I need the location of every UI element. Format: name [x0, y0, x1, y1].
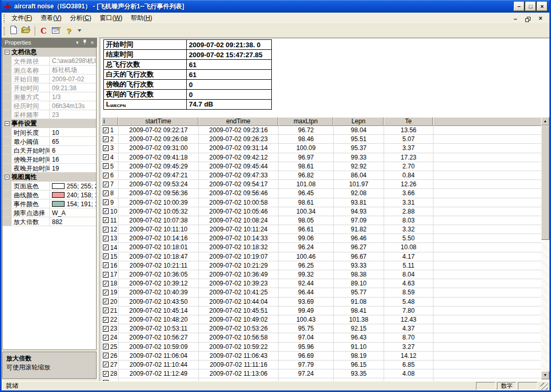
event-checkbox[interactable]: ✓ — [103, 128, 109, 133]
open-file-button[interactable] — [20, 25, 33, 37]
event-checkbox[interactable]: ✓ — [103, 163, 109, 169]
event-checkbox[interactable]: ✓ — [103, 236, 109, 241]
event-row[interactable]: ✓212009-07-02 10:45:142009-07-02 10:45:5… — [102, 306, 541, 315]
resize-grip[interactable] — [541, 383, 548, 390]
column-header-startTime[interactable]: startTime — [118, 117, 198, 126]
minimize-button[interactable]: – — [514, 2, 524, 11]
event-checkbox[interactable]: ✓ — [103, 317, 109, 323]
title-bar[interactable]: aircraft noise（ISO3891） - [飞机噪声分析1--飞行事件… — [2, 0, 549, 13]
property-value[interactable]: W_A — [50, 208, 96, 217]
event-checkbox[interactable]: ✓ — [103, 208, 109, 214]
collapse-icon[interactable]: − — [5, 50, 9, 55]
event-row[interactable]: ✓112009-07-02 10:07:382009-07-02 10:08:2… — [102, 216, 541, 225]
close-button[interactable]: × — [537, 2, 547, 11]
menu-item-window[interactable]: 窗口(W) — [96, 13, 126, 24]
event-row[interactable]: ✓22009-07-02 09:26:082009-07-02 09:26:23… — [102, 135, 541, 144]
event-row[interactable]: ✓262009-07-02 11:06:042009-07-02 11:06:4… — [102, 352, 541, 361]
property-section-header[interactable]: −视图属性 — [3, 173, 96, 182]
event-row[interactable]: ✓12009-07-02 09:22:172009-07-02 09:23:16… — [102, 126, 541, 135]
event-row[interactable]: ✓192009-07-02 10:40:392009-07-02 10:41:2… — [102, 288, 541, 297]
mdi-close-icon[interactable]: × — [537, 15, 544, 22]
menu-item-file[interactable]: 文件(F) — [7, 13, 36, 24]
vertical-scrollbar[interactable]: ▲ ▼ — [541, 117, 549, 379]
event-checkbox[interactable]: ✓ — [103, 344, 109, 349]
event-checkbox[interactable]: ✓ — [103, 136, 109, 142]
column-header-Lepn[interactable]: Lepn — [333, 117, 384, 126]
event-checkbox[interactable]: ✓ — [103, 154, 109, 160]
event-row[interactable]: ✓152009-07-02 10:18:472009-07-02 10:19:0… — [102, 252, 541, 261]
event-row[interactable]: ✓82009-07-02 09:56:362009-07-02 09:56:46… — [102, 189, 541, 198]
property-value[interactable]: 栎社机场 — [50, 66, 96, 74]
event-checkbox[interactable]: ✓ — [103, 281, 109, 287]
event-checkbox[interactable]: ✓ — [103, 245, 109, 250]
event-checkbox[interactable]: ✓ — [103, 217, 109, 223]
event-checkbox[interactable]: ✓ — [103, 326, 109, 332]
event-row[interactable]: ✓242009-07-02 10:56:272009-07-02 10:56:5… — [102, 333, 541, 342]
property-value[interactable]: 2009-07-02 — [50, 75, 96, 83]
scroll-up-icon[interactable]: ▲ — [541, 117, 549, 125]
color-swatch[interactable] — [52, 201, 65, 207]
property-section-header[interactable]: −文档信息 — [3, 48, 96, 57]
chevron-down-icon[interactable]: ▾ — [76, 40, 79, 45]
property-value[interactable]: 240; 158; 15 — [50, 190, 96, 199]
event-checkbox[interactable]: ✓ — [103, 380, 109, 381]
panel-close-icon[interactable]: × — [91, 40, 94, 45]
event-row[interactable]: ✓282009-07-02 11:12:492009-07-02 11:13:0… — [102, 369, 541, 378]
property-value[interactable]: 882 — [50, 217, 96, 226]
event-checkbox[interactable]: ✓ — [103, 190, 109, 196]
color-swatch[interactable] — [52, 183, 65, 189]
event-checkbox[interactable]: ✓ — [103, 272, 109, 278]
property-value[interactable]: 65 — [50, 137, 96, 145]
column-header-Te[interactable]: Te — [384, 117, 433, 126]
event-row[interactable]: ✓202009-07-02 10:43:502009-07-02 10:44:0… — [102, 298, 541, 306]
menu-item-view[interactable]: 查看(V) — [36, 13, 66, 24]
event-checkbox[interactable]: ✓ — [103, 173, 109, 178]
event-row[interactable]: ✓52009-07-02 09:45:292009-07-02 09:45:44… — [102, 162, 541, 171]
column-header-i[interactable]: i — [101, 117, 118, 126]
event-row[interactable]: ✓ — [102, 378, 541, 381]
event-row[interactable]: ✓92009-07-02 10:00:392009-07-02 10:00:58… — [102, 198, 541, 207]
property-value[interactable]: 1/3 — [50, 92, 96, 101]
property-value[interactable]: 6 — [50, 146, 96, 154]
event-checkbox[interactable]: ✓ — [103, 299, 109, 304]
event-checkbox[interactable]: ✓ — [103, 253, 109, 259]
toolbar-overflow-icon[interactable]: ▾ — [76, 26, 83, 36]
column-header-maxLtpn[interactable]: maxLtpn — [278, 117, 333, 126]
scroll-down-icon[interactable]: ▼ — [541, 371, 549, 379]
scrollbar-thumb[interactable] — [541, 125, 549, 240]
menu-item-analysis[interactable]: 分析(C) — [66, 13, 96, 24]
property-value[interactable]: 06h34m13s — [50, 101, 96, 110]
help-button[interactable]: ? — [62, 25, 75, 37]
property-section-header[interactable]: −事件设置 — [3, 119, 96, 128]
event-checkbox[interactable]: ✓ — [103, 353, 109, 358]
event-checkbox[interactable]: ✓ — [103, 145, 109, 151]
event-checkbox[interactable]: ✓ — [103, 371, 109, 377]
property-value[interactable]: 09:21:38 — [50, 83, 96, 92]
event-row[interactable]: ✓232009-07-02 10:53:112009-07-02 10:53:2… — [102, 324, 541, 333]
event-row[interactable]: ✓222009-07-02 10:48:202009-07-02 10:49:0… — [102, 315, 541, 324]
event-row[interactable]: ✓122009-07-02 10:11:102009-07-02 10:11:2… — [102, 225, 541, 234]
menu-item-help[interactable]: 帮助(H) — [126, 13, 156, 24]
event-checkbox[interactable]: ✓ — [103, 199, 109, 205]
new-document-button[interactable] — [7, 25, 20, 37]
calibration-c-button[interactable]: C — [37, 25, 50, 37]
event-row[interactable]: ✓172009-07-02 10:36:052009-07-02 10:36:4… — [102, 270, 541, 279]
event-row[interactable]: ✓132009-07-02 10:14:162009-07-02 10:14:3… — [102, 234, 541, 243]
event-row[interactable]: ✓182009-07-02 10:39:122009-07-02 10:39:2… — [102, 279, 541, 288]
color-swatch[interactable] — [52, 192, 65, 198]
event-row[interactable]: ✓62009-07-02 09:47:212009-07-02 09:47:33… — [102, 171, 541, 180]
collapse-icon[interactable]: − — [5, 175, 9, 179]
property-value[interactable]: 19 — [50, 164, 96, 172]
menu-grip-handle[interactable] — [4, 14, 5, 23]
pin-icon[interactable] — [82, 39, 87, 46]
properties-button[interactable] — [50, 25, 62, 37]
event-checkbox[interactable]: ✓ — [103, 290, 109, 295]
toolbar-grip-handle[interactable] — [4, 27, 5, 35]
event-row[interactable]: ✓162009-07-02 10:21:112009-07-02 10:21:2… — [102, 261, 541, 270]
event-checkbox[interactable]: ✓ — [103, 182, 109, 187]
event-checkbox[interactable]: ✓ — [103, 308, 109, 313]
event-checkbox[interactable]: ✓ — [103, 262, 109, 268]
property-value[interactable]: C:\awa6298\机场 — [50, 57, 96, 65]
event-checkbox[interactable]: ✓ — [103, 227, 109, 232]
event-checkbox[interactable]: ✓ — [103, 362, 109, 367]
